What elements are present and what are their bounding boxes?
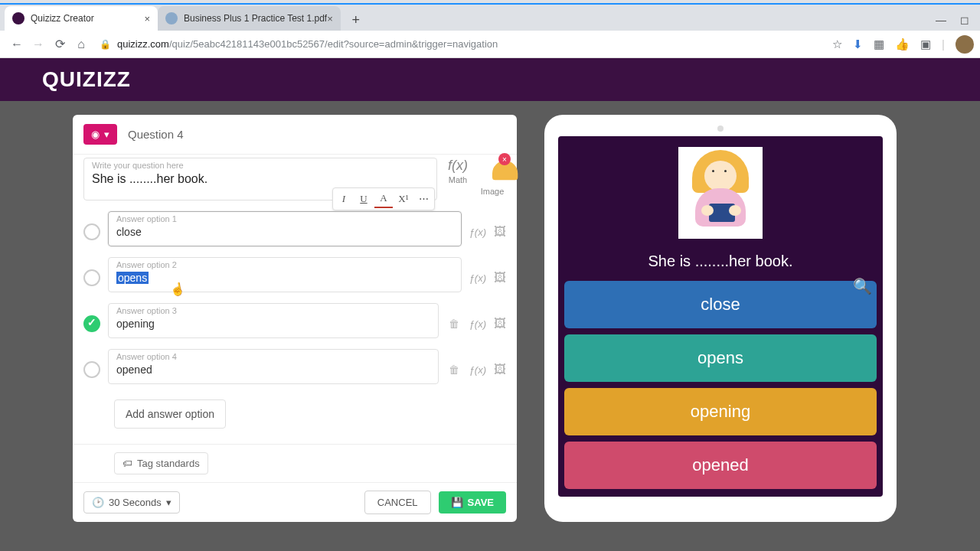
preview-answer-3[interactable]: opening xyxy=(564,388,877,435)
question-input[interactable]: Write your question here She is ........… xyxy=(83,158,437,201)
time-dropdown[interactable]: 🕑 30 Seconds ▾ xyxy=(83,491,180,514)
tab-quizizz[interactable]: Quizizz Creator × xyxy=(5,6,158,31)
option-image-icon[interactable]: 🖼 xyxy=(494,225,506,239)
correct-toggle-3[interactable] xyxy=(83,315,100,332)
globe-favicon xyxy=(165,12,178,24)
superscript-button[interactable]: X¹ xyxy=(394,190,413,208)
more-button[interactable]: ⋯ xyxy=(414,190,433,208)
option-value: opened xyxy=(116,364,152,376)
grid-icon[interactable]: ▦ xyxy=(874,37,884,51)
preview-answer-1[interactable]: close xyxy=(564,281,877,328)
option-input-3[interactable]: Answer option 3 opening xyxy=(108,303,439,338)
format-toolbar: I U A X¹ ⋯ xyxy=(332,187,435,210)
italic-button[interactable]: I xyxy=(335,190,353,208)
add-option-button[interactable]: Add answer option xyxy=(114,399,226,429)
option-value: close xyxy=(116,226,142,238)
math-button[interactable]: f(x) Math xyxy=(448,158,468,184)
close-icon[interactable]: × xyxy=(327,13,333,24)
option-label: Answer option 3 xyxy=(116,306,177,315)
option-input-2[interactable]: Answer option 2 opens xyxy=(108,257,462,292)
target-icon: ◉ xyxy=(91,129,100,140)
star-icon[interactable]: ☆ xyxy=(832,37,842,51)
cast-icon[interactable]: ▣ xyxy=(920,37,931,51)
app-header: QUIZIZZ xyxy=(0,58,980,101)
option-value: opening xyxy=(116,318,155,330)
image-label: Image xyxy=(481,187,505,196)
option-image-icon[interactable]: 🖼 xyxy=(494,363,506,377)
question-type-dropdown[interactable]: ◉ ▾ xyxy=(83,124,117,145)
correct-toggle-2[interactable] xyxy=(83,269,100,286)
back-icon[interactable]: ← xyxy=(6,34,28,55)
chevron-down-icon: ▾ xyxy=(104,129,109,140)
zoom-icon[interactable]: 🔍 xyxy=(853,277,872,295)
address-bar: ← → ⟳ ⌂ 🔒 quizizz.com/quiz/5eabc42181143… xyxy=(0,31,980,58)
clock-icon: 🕑 xyxy=(92,497,104,508)
quizizz-logo: QUIZIZZ xyxy=(42,67,131,92)
lock-icon: 🔒 xyxy=(100,39,111,50)
tag-icon: 🏷 xyxy=(122,458,132,469)
color-button[interactable]: A xyxy=(374,190,393,208)
tab-pdf[interactable]: Business Plus 1 Practice Test 1.pdf × xyxy=(158,6,341,31)
preview-screen: She is ........her book. 🔍 close opens o… xyxy=(558,136,883,497)
question-text: She is ........her book. xyxy=(92,172,207,185)
preview-answer-4[interactable]: opened xyxy=(564,442,877,489)
option-image-icon[interactable]: 🖼 xyxy=(494,317,506,331)
option-input-4[interactable]: Answer option 4 opened xyxy=(108,349,439,384)
underline-button[interactable]: U xyxy=(354,190,373,208)
image-button[interactable]: × Image xyxy=(479,158,506,196)
question-editor: ◉ ▾ Question 4 Write your question here … xyxy=(73,115,517,522)
option-image-icon[interactable]: 🖼 xyxy=(494,271,506,285)
tag-label: Tag standards xyxy=(137,458,200,469)
remove-image-icon[interactable]: × xyxy=(498,153,511,165)
save-icon: 💾 xyxy=(451,497,463,508)
option-label: Answer option 1 xyxy=(116,214,177,223)
option-value-selected: opens xyxy=(116,272,149,284)
preview-question: She is ........her book. xyxy=(564,253,877,270)
url-host: quizizz.com xyxy=(117,38,169,50)
tab-title: Business Plus 1 Practice Test 1.pdf xyxy=(184,13,327,24)
save-label: SAVE xyxy=(468,497,494,508)
url-path: /quiz/5eabc42181143e001bc52567/edit?sour… xyxy=(169,38,498,50)
forward-icon[interactable]: → xyxy=(28,34,49,55)
option-input-1[interactable]: Answer option 1 close xyxy=(108,211,462,246)
question-image-thumb: × xyxy=(479,158,506,185)
math-icon: f(x) xyxy=(448,158,468,174)
question-placeholder: Write your question here xyxy=(92,161,184,170)
option-label: Answer option 2 xyxy=(116,260,177,269)
math-label: Math xyxy=(449,175,467,184)
save-button[interactable]: 💾 SAVE xyxy=(439,491,506,514)
maximize-icon[interactable]: ◻ xyxy=(960,14,969,26)
close-icon[interactable]: × xyxy=(144,13,150,24)
correct-toggle-1[interactable] xyxy=(83,223,100,240)
preview-answer-2[interactable]: opens xyxy=(564,334,877,382)
option-math-icon[interactable]: ƒ(x) xyxy=(469,364,486,376)
profile-avatar[interactable] xyxy=(956,35,974,54)
tab-title: Quizizz Creator xyxy=(31,13,94,24)
tag-standards-button[interactable]: 🏷 Tag standards xyxy=(114,452,208,474)
option-label: Answer option 4 xyxy=(116,352,177,361)
option-math-icon[interactable]: ƒ(x) xyxy=(469,272,486,284)
tab-strip: Quizizz Creator × Business Plus 1 Practi… xyxy=(0,5,980,31)
preview-device: She is ........her book. 🔍 close opens o… xyxy=(544,115,897,522)
option-math-icon[interactable]: ƒ(x) xyxy=(469,227,486,238)
camera-dot xyxy=(717,126,724,132)
preview-image xyxy=(678,147,763,239)
chevron-down-icon: ▾ xyxy=(166,497,172,508)
add-tab-button[interactable]: + xyxy=(345,9,367,31)
question-number: Question 4 xyxy=(128,128,184,141)
url-input[interactable]: 🔒 quizizz.com/quiz/5eabc42181143e001bc52… xyxy=(100,38,825,50)
time-value: 30 Seconds xyxy=(109,497,162,508)
minimize-icon[interactable]: — xyxy=(936,14,946,26)
q-favicon xyxy=(12,12,24,24)
reload-icon[interactable]: ⟳ xyxy=(49,34,70,55)
delete-option-icon[interactable]: 🗑 xyxy=(446,364,462,376)
option-math-icon[interactable]: ƒ(x) xyxy=(469,318,486,330)
correct-toggle-4[interactable] xyxy=(83,361,100,378)
download-icon[interactable]: ⬇ xyxy=(853,37,863,51)
home-icon[interactable]: ⌂ xyxy=(70,34,92,55)
cancel-button[interactable]: CANCEL xyxy=(364,491,431,514)
thumbs-icon[interactable]: 👍 xyxy=(895,37,910,51)
delete-option-icon[interactable]: 🗑 xyxy=(446,318,462,330)
